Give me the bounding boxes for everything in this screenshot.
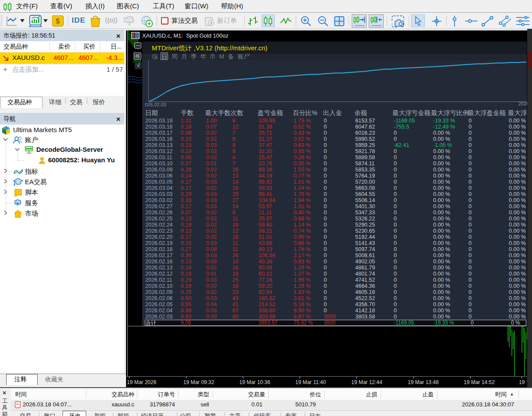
svg-text:$: $ (56, 17, 60, 25)
